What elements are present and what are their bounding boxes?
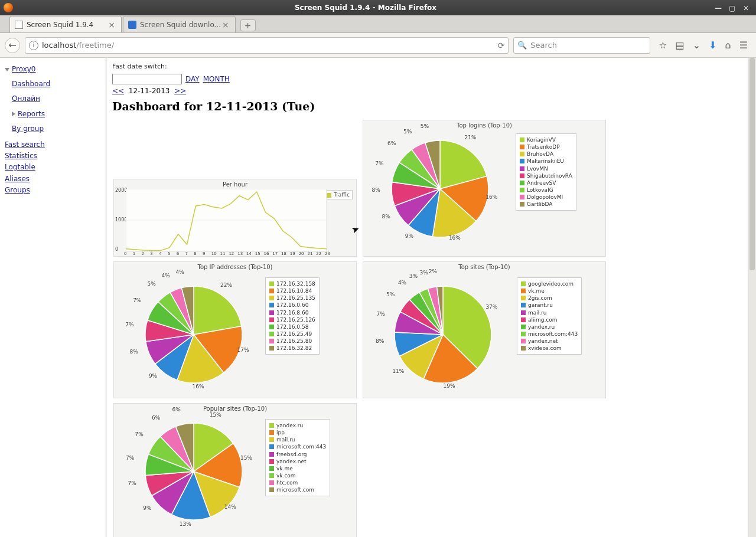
- pie-plot: [120, 267, 268, 402]
- chart-top-sites: Top sites (Top-10)37%19%11%8%7%5%4%3%3%2…: [363, 261, 606, 398]
- chart-top-ip: Top IP addresses (Top-10)22%17%16%9%8%7%…: [113, 261, 357, 398]
- win-close[interactable]: ✕: [743, 4, 750, 11]
- tabstrip: Screen Squid 1.9.4 × Screen Squid downlo…: [0, 15, 756, 33]
- fast-date-switch-label: Fast date switch:: [112, 63, 750, 70]
- sidebar-statistics[interactable]: Statistics: [5, 150, 101, 162]
- back-button[interactable]: ←: [5, 38, 20, 53]
- url-path: /freetime/: [76, 41, 114, 50]
- firefox-icon: [4, 3, 13, 12]
- titlebar: Screen Squid 1.9.4 - Mozilla Firefox — ▢…: [0, 0, 756, 15]
- downloads-icon[interactable]: ⬇: [709, 40, 716, 51]
- scrollbar-thumb[interactable]: [750, 58, 755, 270]
- tab-close[interactable]: ×: [107, 20, 116, 30]
- reload-button[interactable]: ⟳: [497, 41, 504, 50]
- sidebar-logtable[interactable]: Logtable: [5, 162, 101, 173]
- searchbar[interactable]: 🔍 Search: [513, 37, 650, 54]
- window-title: Screen Squid 1.9.4 - Mozilla Firefox: [17, 4, 715, 12]
- next-date[interactable]: >>: [174, 87, 186, 95]
- chart-popular-sites: Popular sites (Top-10)15%15%14%13%9%7%7%…: [113, 403, 357, 537]
- home-icon[interactable]: ⌂: [725, 40, 731, 51]
- site-info-icon[interactable]: i: [29, 41, 38, 50]
- collapse-icon[interactable]: [5, 68, 9, 71]
- win-minimize[interactable]: —: [715, 4, 722, 11]
- sidebar-reports[interactable]: Reports: [18, 110, 45, 118]
- month-link[interactable]: MONTH: [203, 75, 230, 83]
- sidebar-proxy[interactable]: Proxy0: [12, 65, 36, 73]
- win-maximize[interactable]: ▢: [729, 4, 736, 11]
- bookmark-star-icon[interactable]: ☆: [659, 40, 667, 51]
- new-tab-button[interactable]: +: [240, 19, 256, 31]
- sidebar-online[interactable]: Онлайн: [5, 93, 101, 104]
- legend: KoriaginVVTratsenkoDPBruhovDAMakarinskii…: [516, 133, 576, 211]
- day-link[interactable]: DAY: [185, 75, 200, 83]
- prev-date[interactable]: <<: [112, 87, 124, 95]
- sidebar: Proxy0 Dashboard Онлайн Reports By group…: [0, 58, 106, 537]
- sidebar-fastsearch[interactable]: Fast search: [5, 139, 101, 150]
- tab-close[interactable]: ×: [221, 20, 230, 30]
- pocket-icon[interactable]: ⌄: [693, 40, 700, 51]
- sidebar-aliases[interactable]: Aliases: [5, 173, 101, 185]
- current-date: 12-11-2013: [129, 87, 170, 95]
- favicon: [128, 21, 136, 29]
- favicon: [15, 21, 23, 29]
- sidebar-groups[interactable]: Groups: [5, 185, 101, 196]
- library-icon[interactable]: ▤: [676, 40, 685, 51]
- tab-label: Screen Squid 1.9.4: [27, 21, 93, 29]
- search-placeholder: Search: [530, 41, 557, 50]
- chart-title: Per hour: [114, 181, 356, 188]
- tab-2[interactable]: Screen Squid downlo... ×: [123, 16, 236, 32]
- chart-top-logins: Top logins (Top-10)21%16%16%9%8%8%7%6%5%…: [363, 120, 606, 257]
- sidebar-dashboard[interactable]: Dashboard: [5, 78, 101, 90]
- url-host: localhost: [42, 41, 76, 50]
- urlbar[interactable]: i localhost/freetime/ ⟳: [25, 37, 509, 54]
- search-icon: 🔍: [517, 41, 527, 50]
- content: Fast date switch: DAY MONTH << 12-11-201…: [106, 58, 756, 537]
- pie-plot: [369, 267, 517, 402]
- menu-icon[interactable]: ☰: [739, 40, 748, 51]
- line-plot: [126, 189, 333, 255]
- sidebar-bygroup[interactable]: By group: [5, 123, 101, 135]
- scrollbar[interactable]: [748, 58, 756, 537]
- dashboard-heading: Dashboard for 12-11-2013 (Tue): [112, 100, 750, 113]
- navbar: ← i localhost/freetime/ ⟳ 🔍 Search ☆ ▤ ⌄…: [0, 33, 756, 58]
- legend: googlevideo.comvk.me2gis.comgarant.rumai…: [517, 277, 582, 355]
- legend: 172.16.32.158172.16.10.84172.16.25.13517…: [265, 277, 320, 355]
- date-input[interactable]: [112, 74, 182, 84]
- pie-plot: [120, 408, 268, 535]
- tab-1[interactable]: Screen Squid 1.9.4 ×: [9, 16, 122, 32]
- expand-icon[interactable]: [12, 112, 15, 116]
- chart-per-hour: Per hour Traffic 2000 1000 0 01234567891…: [113, 179, 357, 257]
- legend: yandex.ruippmail.rumicrosoft.com:443free…: [265, 419, 330, 496]
- tab-label: Screen Squid downlo...: [140, 21, 221, 29]
